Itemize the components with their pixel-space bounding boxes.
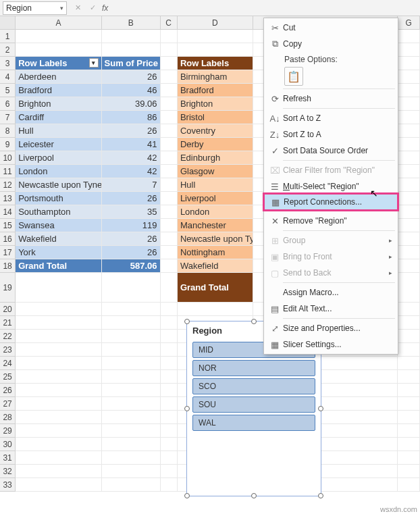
- pivot1-row-label[interactable]: Southampton: [16, 205, 101, 219]
- pivot1-value-header[interactable]: Sum of Price: [102, 57, 161, 70]
- pivot1-row-label[interactable]: Brighton: [16, 97, 101, 111]
- pivot2-row-label[interactable]: Bradford: [178, 84, 253, 97]
- row-header[interactable]: 30: [0, 438, 16, 451]
- pivot2-row-label[interactable]: Manchester: [178, 219, 253, 232]
- pivot1-grand-total-label[interactable]: Grand Total: [16, 259, 101, 273]
- name-box[interactable]: Region ▾: [3, 1, 67, 15]
- pivot2-row-label[interactable]: London: [178, 205, 253, 219]
- row-header[interactable]: 33: [0, 478, 16, 492]
- col-header[interactable]: G: [398, 16, 420, 30]
- menu-sort-datasource[interactable]: ✓Sort Data Source Order: [264, 143, 398, 159]
- pivot2-row-label[interactable]: Liverpool: [178, 192, 253, 205]
- col-header[interactable]: C: [161, 16, 178, 30]
- pivot1-value[interactable]: 46: [102, 84, 161, 97]
- menu-size-properties[interactable]: ⤢Size and Properties...: [264, 320, 398, 336]
- pivot1-value[interactable]: 26: [102, 124, 161, 138]
- pivot1-row-labels-header[interactable]: Row Labels▾: [16, 57, 101, 70]
- resize-handle[interactable]: [251, 319, 257, 324]
- pivot2-row-label[interactable]: Brighton: [178, 97, 253, 111]
- pivot2-row-label[interactable]: Wakefield: [178, 259, 253, 273]
- row-header[interactable]: 9: [0, 138, 16, 151]
- pivot2-row-label[interactable]: Derby: [178, 138, 253, 151]
- pivot1-value[interactable]: 42: [102, 165, 161, 178]
- pivot1-value[interactable]: 26: [102, 70, 161, 84]
- resize-handle[interactable]: [318, 406, 323, 411]
- row-header[interactable]: 2: [0, 43, 16, 57]
- row-header[interactable]: 29: [0, 424, 16, 438]
- paste-option-button[interactable]: 📋: [284, 67, 303, 86]
- pivot2-row-labels-header[interactable]: Row Labels: [178, 57, 253, 70]
- row-header[interactable]: 22: [0, 330, 16, 343]
- row-header[interactable]: 27: [0, 397, 16, 411]
- resize-handle[interactable]: [184, 493, 190, 498]
- filter-dropdown-icon[interactable]: ▾: [89, 58, 99, 68]
- row-header[interactable]: 1: [0, 30, 16, 43]
- fx-icon[interactable]: fx: [102, 3, 108, 13]
- row-header[interactable]: 10: [0, 151, 16, 165]
- pivot2-row-label[interactable]: Nottingham: [178, 246, 253, 259]
- row-header[interactable]: 7: [0, 111, 16, 124]
- pivot1-value[interactable]: 119: [102, 219, 161, 232]
- resize-handle[interactable]: [184, 319, 190, 324]
- pivot1-value[interactable]: 26: [102, 246, 161, 259]
- menu-report-connections[interactable]: ▦Report Connections...: [264, 194, 398, 210]
- pivot1-row-label[interactable]: Portsmouth: [16, 192, 101, 205]
- pivot1-value[interactable]: 39.06: [102, 97, 161, 111]
- row-header[interactable]: 18: [0, 259, 16, 273]
- row-header[interactable]: 12: [0, 178, 16, 192]
- pivot1-value[interactable]: 41: [102, 138, 161, 151]
- row-header[interactable]: 20: [0, 303, 16, 316]
- row-header[interactable]: 32: [0, 465, 16, 478]
- pivot1-grand-total-value[interactable]: 587.06: [102, 259, 161, 273]
- menu-refresh[interactable]: ⟳Refresh: [264, 91, 398, 107]
- pivot1-row-label[interactable]: Hull: [16, 124, 101, 138]
- pivot1-value[interactable]: 26: [102, 232, 161, 246]
- name-box-dropdown-icon[interactable]: ▾: [60, 5, 63, 11]
- pivot1-value[interactable]: 7: [102, 178, 161, 192]
- resize-handle[interactable]: [184, 406, 190, 411]
- menu-sort-az[interactable]: A↓Sort A to Z: [264, 110, 398, 126]
- slicer-item[interactable]: WAL: [192, 415, 315, 431]
- menu-copy[interactable]: ⧉Copy: [264, 36, 398, 52]
- row-header[interactable]: 24: [0, 357, 16, 370]
- slicer-item[interactable]: SOU: [192, 396, 315, 413]
- resize-handle[interactable]: [251, 493, 257, 498]
- row-header[interactable]: 8: [0, 124, 16, 138]
- row-header[interactable]: 4: [0, 70, 16, 84]
- pivot2-row-label[interactable]: Bristol: [178, 111, 253, 124]
- resize-handle[interactable]: [318, 493, 323, 498]
- row-header[interactable]: 31: [0, 451, 16, 465]
- row-header[interactable]: 17: [0, 246, 16, 259]
- row-header[interactable]: 25: [0, 370, 16, 384]
- row-header[interactable]: 21: [0, 316, 16, 330]
- col-header[interactable]: B: [102, 16, 161, 30]
- pivot1-row-label[interactable]: Bradford: [16, 84, 101, 97]
- menu-edit-alt-text[interactable]: ▤Edit Alt Text...: [264, 301, 398, 317]
- col-header[interactable]: A: [16, 16, 101, 30]
- pivot2-grand-total-label[interactable]: Grand Total: [178, 273, 253, 303]
- pivot2-row-label[interactable]: Coventry: [178, 124, 253, 138]
- pivot1-value[interactable]: 86: [102, 111, 161, 124]
- pivot1-row-label[interactable]: Newcastle upon Tyne: [16, 178, 101, 192]
- row-header[interactable]: 26: [0, 384, 16, 397]
- slicer-item[interactable]: NOR: [192, 360, 315, 376]
- pivot1-value[interactable]: 42: [102, 151, 161, 165]
- menu-cut[interactable]: ✂Cut: [264, 20, 398, 36]
- pivot2-row-label[interactable]: Birmingham: [178, 70, 253, 84]
- pivot1-row-label[interactable]: Swansea: [16, 219, 101, 232]
- row-header[interactable]: 3: [0, 57, 16, 70]
- pivot2-row-label[interactable]: Edinburgh: [178, 151, 253, 165]
- row-header[interactable]: 6: [0, 97, 16, 111]
- pivot1-value[interactable]: 35: [102, 205, 161, 219]
- row-header[interactable]: 28: [0, 411, 16, 424]
- col-header[interactable]: D: [178, 16, 253, 30]
- row-header[interactable]: 16: [0, 232, 16, 246]
- row-header[interactable]: 14: [0, 205, 16, 219]
- slicer-item[interactable]: SCO: [192, 378, 315, 394]
- menu-assign-macro[interactable]: Assign Macro...: [264, 284, 398, 301]
- menu-slicer-settings[interactable]: ▦Slicer Settings...: [264, 336, 398, 353]
- pivot2-row-label[interactable]: Newcastle upon Tyne: [178, 232, 253, 246]
- row-header[interactable]: 13: [0, 192, 16, 205]
- pivot1-row-label[interactable]: York: [16, 246, 101, 259]
- pivot2-row-label[interactable]: Glasgow: [178, 165, 253, 178]
